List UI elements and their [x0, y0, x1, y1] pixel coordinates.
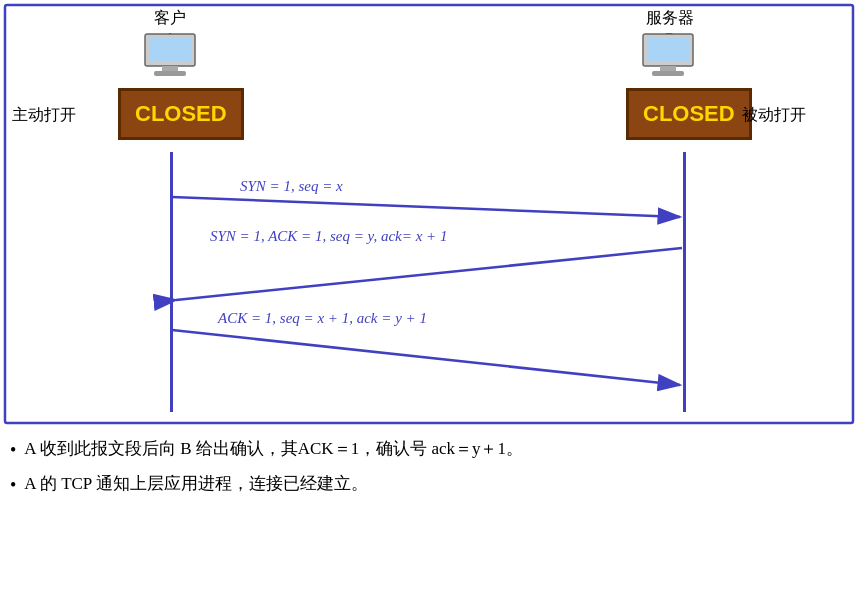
arrow-syn-ack	[176, 248, 682, 300]
bullet-1: •	[10, 435, 16, 466]
passive-open-label: 被动打开	[742, 105, 806, 126]
closed-label-client: CLOSED	[135, 101, 227, 127]
diagram-area: 客户 A 服务器 B CLOSED CLOSED	[0, 0, 858, 430]
closed-box-server: CLOSED	[626, 88, 752, 140]
msg1-label: SYN = 1, seq = x	[240, 178, 343, 195]
description-area: • A 收到此报文段后向 B 给出确认，其ACK＝1，确认号 ack＝y＋1。 …	[10, 435, 848, 602]
svg-rect-6	[660, 66, 676, 71]
client-computer-icon	[140, 32, 200, 86]
closed-label-server: CLOSED	[643, 101, 735, 127]
timeline-server	[683, 152, 686, 412]
svg-rect-3	[154, 71, 186, 76]
msg2-label: SYN = 1, ACK = 1, seq = y, ack= x + 1	[210, 228, 447, 245]
active-open-label: 主动打开	[12, 105, 76, 126]
arrow-syn	[172, 197, 680, 217]
msg1-text: SYN = 1, seq = x	[240, 178, 343, 194]
arrow-ack	[172, 330, 680, 385]
svg-rect-2	[162, 66, 178, 71]
svg-rect-10	[5, 5, 853, 423]
svg-rect-7	[652, 71, 684, 76]
closed-box-client: CLOSED	[118, 88, 244, 140]
svg-rect-1	[149, 37, 191, 62]
svg-rect-5	[647, 37, 689, 62]
server-computer-icon	[638, 32, 698, 86]
passive-open-text: 被动打开	[742, 106, 806, 123]
bullet-item-1: • A 收到此报文段后向 B 给出确认，其ACK＝1，确认号 ack＝y＋1。	[10, 435, 848, 466]
bullet-item-2: • A 的 TCP 通知上层应用进程，连接已经建立。	[10, 470, 848, 501]
server-text: 服务器	[646, 9, 694, 26]
client-text: 客户	[154, 9, 186, 26]
msg2-text: SYN = 1, ACK = 1, seq = y, ack= x + 1	[210, 228, 447, 244]
desc-text-1: A 收到此报文段后向 B 给出确认，其ACK＝1，确认号 ack＝y＋1。	[24, 435, 848, 464]
msg3-text: ACK = 1, seq = x + 1, ack = y + 1	[218, 310, 427, 326]
bullet-2: •	[10, 470, 16, 501]
msg3-label: ACK = 1, seq = x + 1, ack = y + 1	[218, 310, 427, 327]
desc-text-2: A 的 TCP 通知上层应用进程，连接已经建立。	[24, 470, 848, 499]
arrows-svg	[0, 0, 858, 430]
timeline-client	[170, 152, 173, 412]
active-open-text: 主动打开	[12, 106, 76, 123]
